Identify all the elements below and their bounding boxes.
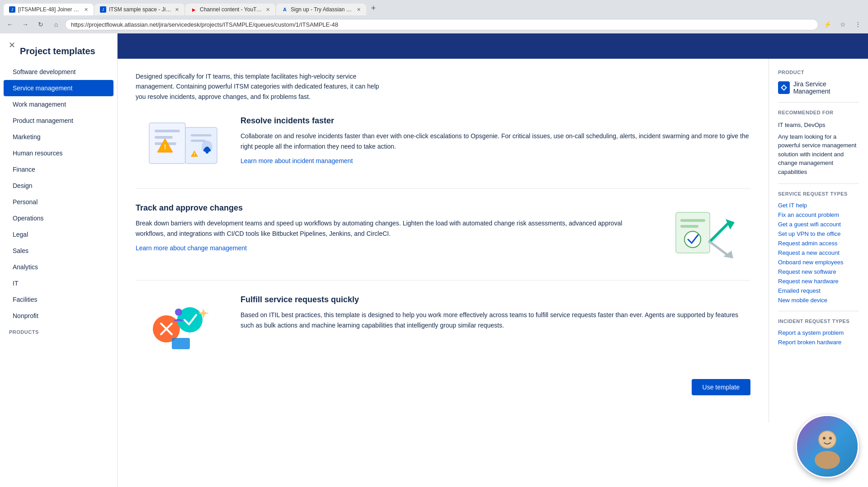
feature-track-changes-text: Track and approve changes Break down bar… [136, 203, 646, 252]
panel-service-link-0[interactable]: Get IT help [778, 202, 859, 209]
panel-product-section-title: PRODUCT [778, 70, 859, 75]
svg-rect-2 [155, 136, 173, 139]
svg-point-29 [829, 437, 832, 440]
panel-incident-link-0[interactable]: Report a system problem [778, 329, 859, 336]
content-body: Designed specifically for IT teams, this… [118, 59, 769, 422]
tab-label-4: Sign up - Try Atlassian Cloud | A... [291, 6, 354, 13]
back-button[interactable]: ← [4, 18, 16, 31]
browser-tabs-bar: J [ITSAMPLE-48] Joiner Demo v7... ✕ J IT… [0, 0, 868, 15]
browser-toolbar: ← → ↻ ⌂ https://projectflowuk.atlassian.… [0, 15, 868, 33]
feature-2-desc: Break down barriers with development tea… [136, 218, 646, 239]
panel-incident-link-1[interactable]: Report broken hardware [778, 339, 859, 346]
sidebar-item-personal[interactable]: Personal [4, 194, 113, 210]
svg-rect-15 [680, 225, 698, 228]
change-illustration [660, 203, 750, 262]
panel-service-link-5[interactable]: Request a new account [778, 249, 859, 256]
sidebar-item-nonprofit[interactable]: Nonprofit [4, 308, 113, 324]
browser-chrome: J [ITSAMPLE-48] Joiner Demo v7... ✕ J IT… [0, 0, 868, 33]
app-wrapper: ✕ Project templates Software development… [0, 33, 868, 487]
home-button[interactable]: ⌂ [50, 18, 62, 31]
tab-close-4[interactable]: ✕ [357, 7, 361, 13]
feature-1-link[interactable]: Learn more about incident management [241, 157, 353, 164]
browser-tab-1[interactable]: J [ITSAMPLE-48] Joiner Demo v7... ✕ [4, 4, 94, 15]
panel-service-link-3[interactable]: Set up VPN to the office [778, 230, 859, 237]
more-button[interactable]: ⋮ [852, 18, 864, 31]
svg-text:!: ! [164, 143, 166, 150]
sidebar-item-marketing[interactable]: Marketing [4, 129, 113, 145]
sidebar-item-analytics[interactable]: Analytics [4, 259, 113, 275]
panel-product-name: Jira Service Management [793, 80, 859, 95]
new-tab-button[interactable]: + [367, 2, 380, 14]
svg-point-16 [684, 231, 701, 248]
browser-tab-3[interactable]: ▶ Channel content - YouTube Studi... ✕ [185, 4, 275, 15]
sidebar-item-software-development[interactable]: Software development [4, 64, 113, 80]
panel-service-request-section-title: SERVICE REQUEST TYPES [778, 191, 859, 197]
sidebar-item-design[interactable]: Design [4, 178, 113, 194]
sidebar-close-button[interactable]: ✕ [5, 39, 18, 52]
use-template-bar: Use template [136, 372, 750, 410]
tab-close-3[interactable]: ✕ [266, 7, 270, 13]
svg-text:!: ! [194, 152, 195, 156]
svg-point-26 [815, 451, 840, 469]
sidebar-item-it[interactable]: IT [4, 275, 113, 291]
feature-service-requests-text: Fulfill service requests quickly Based o… [241, 295, 750, 336]
panel-service-link-6[interactable]: Onboard new employees [778, 259, 859, 266]
intro-paragraph: Designed specifically for IT teams, this… [136, 71, 389, 102]
feature-service-requests: Fulfill service requests quickly Based o… [136, 295, 750, 354]
sidebar-section-products: PRODUCTS [0, 324, 117, 337]
forward-button[interactable]: → [19, 18, 32, 31]
tab-label-3: Channel content - YouTube Studi... [200, 6, 263, 13]
extensions-button[interactable]: ⚡ [821, 18, 834, 31]
feature-2-title: Track and approve changes [136, 203, 646, 213]
use-template-button[interactable]: Use template [692, 379, 750, 395]
feature-track-changes: Track and approve changes Break down bar… [136, 203, 750, 262]
svg-rect-8 [191, 140, 205, 142]
feature-2-link[interactable]: Learn more about change management [136, 244, 247, 252]
browser-tab-4[interactable]: A Sign up - Try Atlassian Cloud | A... ✕ [276, 4, 366, 15]
tab-label-2: ITSM sample space - Jira Service... [109, 6, 172, 13]
panel-service-link-10[interactable]: New mobile device [778, 297, 859, 304]
panel-recommended-text-2: Any team looking for a powerful service … [778, 132, 859, 177]
sidebar-item-service-management[interactable]: Service management [4, 80, 113, 96]
sidebar-item-work-management[interactable]: Work management [4, 96, 113, 112]
sidebar-item-product-management[interactable]: Product management [4, 112, 113, 129]
feature-3-title: Fulfill service requests quickly [241, 295, 750, 304]
address-bar[interactable]: https://projectflowuk.atlassian.net/jira… [65, 19, 818, 30]
refresh-button[interactable]: ↻ [34, 18, 47, 31]
sidebar-item-facilities[interactable]: Facilities [4, 291, 113, 308]
sidebar: ✕ Project templates Software development… [0, 33, 118, 487]
svg-point-28 [823, 437, 826, 440]
main-content: Designed specifically for IT teams, this… [118, 33, 868, 487]
tab-close-1[interactable]: ✕ [84, 7, 88, 13]
panel-service-link-9[interactable]: Emailed request [778, 287, 859, 294]
sidebar-item-legal[interactable]: Legal [4, 226, 113, 243]
jira-service-management-icon [778, 81, 790, 94]
sidebar-item-human-resources[interactable]: Human resources [4, 145, 113, 161]
svg-rect-23 [172, 338, 190, 349]
panel-service-link-2[interactable]: Get a guest wifi account [778, 221, 859, 228]
panel-service-link-4[interactable]: Request admin access [778, 240, 859, 247]
svg-point-27 [819, 431, 835, 448]
sidebar-item-operations[interactable]: Operations [4, 210, 113, 226]
panel-service-link-8[interactable]: Request new hardware [778, 278, 859, 285]
incident-illustration: ! ! [136, 116, 226, 170]
panel-recommended-text-1: IT teams, DevOps [778, 121, 859, 130]
panel-service-link-1[interactable]: Fix an account problem [778, 211, 859, 218]
sidebar-item-finance[interactable]: Finance [4, 161, 113, 178]
content-header-banner [118, 33, 868, 59]
tab-close-2[interactable]: ✕ [175, 7, 179, 13]
tab-label-1: [ITSAMPLE-48] Joiner Demo v7... [18, 6, 81, 13]
feature-resolve-incidents: ! ! [136, 116, 750, 170]
sidebar-item-sales[interactable]: Sales [4, 243, 113, 259]
panel-service-link-7[interactable]: Request new software [778, 268, 859, 275]
svg-point-24 [175, 309, 182, 316]
panel-product: Jira Service Management [778, 80, 859, 95]
svg-rect-1 [155, 130, 180, 132]
svg-rect-7 [191, 134, 212, 136]
bookmark-button[interactable]: ☆ [836, 18, 849, 31]
browser-tab-2[interactable]: J ITSM sample space - Jira Service... ✕ [94, 4, 184, 15]
feature-3-desc: Based on ITIL best practices, this templ… [241, 310, 750, 330]
svg-rect-14 [680, 219, 705, 222]
service-illustration [136, 295, 226, 354]
webcam-overlay [796, 415, 859, 478]
